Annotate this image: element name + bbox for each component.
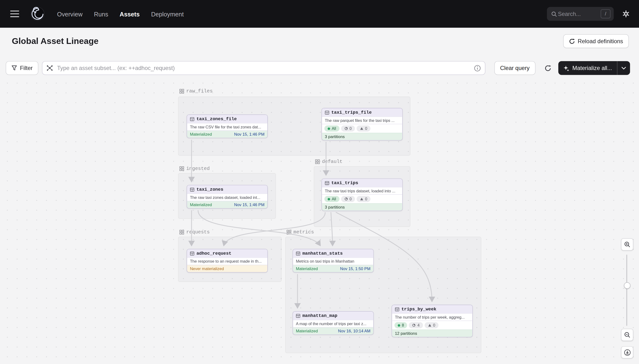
group-name: ingested xyxy=(186,166,210,172)
asset-description: A map of the number of trips per taxi z.… xyxy=(293,320,373,327)
asset-description: Metrics on taxi trips in Manhattan xyxy=(293,258,373,265)
group-name: metrics xyxy=(293,229,314,235)
clear-query-button[interactable]: Clear query xyxy=(494,61,535,75)
dagster-app: Overview Runs Assets Deployment / xyxy=(0,0,639,364)
op-selector-icon xyxy=(47,65,53,71)
nav-link-deployment[interactable]: Deployment xyxy=(151,10,184,18)
asset-node-taxi-zones-file[interactable]: taxi_zones_file The raw CSV file for the… xyxy=(187,114,268,138)
reload-definitions-button[interactable]: Reload definitions xyxy=(563,34,629,48)
green-dot-icon xyxy=(328,198,330,200)
asset-description: The raw parquet files for the taxi trips… xyxy=(322,116,402,124)
asset-node-trips-by-week[interactable]: trips_by_week The number of trips per we… xyxy=(392,304,473,337)
asset-description: The raw taxi trips dataset, loaded into … xyxy=(322,187,402,194)
failed-pill: 0 xyxy=(341,126,355,132)
asset-name: taxi_zones_file xyxy=(196,116,237,122)
page-header: Global Asset Lineage Reload definitions xyxy=(0,28,639,54)
materialized-pill: All xyxy=(324,196,339,202)
info-icon[interactable] xyxy=(474,64,481,72)
materialized-pill: All xyxy=(324,126,339,132)
status-label: Materialized xyxy=(296,329,318,333)
group-name: requests xyxy=(186,229,210,235)
settings-gear-icon[interactable] xyxy=(622,10,630,18)
asset-node-taxi-trips[interactable]: taxi_trips The raw taxi trips dataset, l… xyxy=(321,178,403,211)
search-shortcut-key: / xyxy=(600,10,610,18)
refresh-query-button[interactable] xyxy=(541,61,555,75)
group-grid-icon xyxy=(315,159,320,164)
missing-pill: 0 xyxy=(356,196,370,202)
group-label-raw-files[interactable]: raw_files xyxy=(179,88,213,94)
group-grid-icon xyxy=(179,89,184,94)
nav-link-overview[interactable]: Overview xyxy=(57,10,82,18)
nav-links: Overview Runs Assets Deployment xyxy=(57,10,184,18)
asset-description: The number of trips per week, aggreg... xyxy=(392,313,472,320)
asset-node-header: manhattan_map xyxy=(293,312,373,320)
materialize-all-main[interactable]: Materialize all... xyxy=(558,65,617,71)
partition-health-pills: All 0 0 xyxy=(322,194,402,203)
failed-pill: 4 xyxy=(409,322,423,328)
group-label-metrics[interactable]: metrics xyxy=(286,229,314,235)
zoom-in-button[interactable] xyxy=(621,238,633,250)
asset-node-header: taxi_zones_file xyxy=(187,115,267,123)
partition-health-pills: All 0 0 xyxy=(322,124,402,133)
status-timestamp: Nov 15, 1:46 PM xyxy=(234,132,264,136)
search-input[interactable] xyxy=(557,10,601,18)
nav-link-runs[interactable]: Runs xyxy=(94,10,108,18)
search-box[interactable]: / xyxy=(547,7,614,21)
asset-node-manhattan-stats[interactable]: manhattan_stats Metrics on taxi trips in… xyxy=(293,249,374,272)
dagster-logo-icon[interactable] xyxy=(30,6,45,21)
missing-pill: 0 xyxy=(356,126,370,132)
nav-link-assets[interactable]: Assets xyxy=(120,10,140,18)
partitions-count: 12 partitions xyxy=(392,330,472,337)
asset-node-adhoc-request[interactable]: adhoc_request The response to an request… xyxy=(187,249,268,272)
asset-query-input[interactable] xyxy=(56,64,471,72)
table-icon xyxy=(296,251,300,256)
clear-query-label: Clear query xyxy=(500,65,530,71)
filter-button[interactable]: Filter xyxy=(6,61,39,75)
partitions-count: 3 partitions xyxy=(322,133,402,140)
status-label: Materialized xyxy=(296,266,318,271)
asset-description: The response to an request made in th... xyxy=(187,258,267,265)
asset-status-row: Never materialized xyxy=(187,265,267,272)
green-dot-icon xyxy=(328,127,330,130)
reload-icon xyxy=(569,38,575,44)
materialize-dropdown-toggle[interactable] xyxy=(617,66,630,70)
asset-description: The raw taxi zones dataset, loaded int..… xyxy=(187,194,267,201)
download-view-button[interactable] xyxy=(621,346,633,358)
circle-icon xyxy=(412,324,416,327)
asset-name: manhattan_stats xyxy=(302,251,343,256)
asset-node-header: taxi_trips xyxy=(322,179,402,187)
hamburger-menu-icon[interactable] xyxy=(10,10,19,17)
asset-description: The raw CSV file for the taxi zones dat.… xyxy=(187,123,267,130)
group-label-ingested[interactable]: ingested xyxy=(179,166,210,172)
refresh-icon xyxy=(544,64,551,72)
green-dot-icon xyxy=(398,324,400,326)
materialize-all-label: Materialize all... xyxy=(572,65,612,71)
asset-name: taxi_trips_file xyxy=(331,110,372,115)
group-label-requests[interactable]: requests xyxy=(179,229,210,235)
zoom-slider-thumb[interactable] xyxy=(624,282,630,289)
navbar-right: / xyxy=(547,7,630,21)
partition-health-pills: 8 4 0 xyxy=(392,320,472,330)
table-icon xyxy=(190,116,194,121)
top-navbar: Overview Runs Assets Deployment / xyxy=(0,0,639,28)
asset-node-taxi-trips-file[interactable]: taxi_trips_file The raw parquet files fo… xyxy=(321,108,403,140)
asset-node-taxi-zones[interactable]: taxi_zones The raw taxi zones dataset, l… xyxy=(187,185,268,208)
group-label-default[interactable]: default xyxy=(315,159,342,164)
failed-pill: 0 xyxy=(341,196,355,202)
asset-node-manhattan-map[interactable]: manhattan_map A map of the number of tri… xyxy=(293,311,374,335)
search-icon xyxy=(551,11,557,17)
group-name: raw_files xyxy=(186,88,213,94)
zoom-slider-track[interactable] xyxy=(626,255,627,326)
page-title: Global Asset Lineage xyxy=(12,36,99,46)
table-icon xyxy=(190,251,194,256)
materialize-all-button[interactable]: Materialize all... xyxy=(558,61,630,75)
status-label: Materialized xyxy=(190,132,212,136)
triangle-icon xyxy=(428,324,431,327)
asset-node-header: adhoc_request xyxy=(187,249,267,258)
lineage-canvas[interactable]: raw_files ingested default requests metr… xyxy=(0,76,639,364)
table-icon xyxy=(395,307,399,312)
zoom-out-button[interactable] xyxy=(621,329,633,341)
reload-definitions-label: Reload definitions xyxy=(578,38,623,44)
sparkle-icon xyxy=(563,65,569,71)
table-icon xyxy=(190,187,194,192)
